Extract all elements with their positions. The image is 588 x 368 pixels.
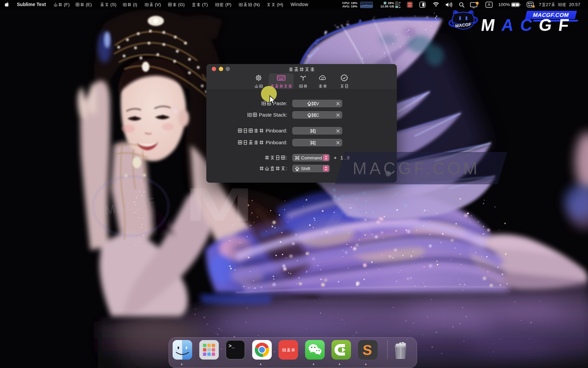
svg-text:M: M: [399, 2, 401, 4]
svg-text:M: M: [399, 6, 401, 8]
svg-text:>_: >_: [229, 343, 235, 349]
svg-text:S: S: [362, 342, 372, 358]
svg-text:A: A: [488, 3, 490, 7]
svg-text:E: E: [399, 4, 400, 6]
svg-text:M: M: [185, 178, 254, 231]
svg-text:A: A: [317, 193, 377, 246]
